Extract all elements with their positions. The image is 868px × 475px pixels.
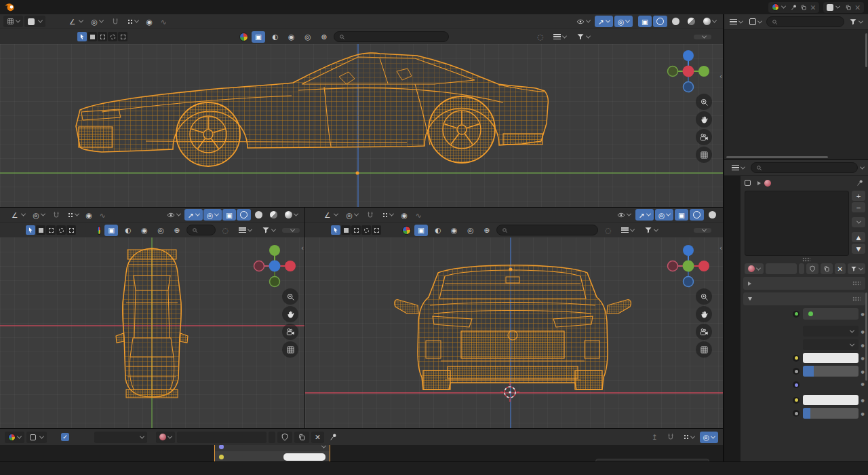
pin-icon[interactable] [791, 4, 797, 11]
copy-material-button[interactable] [821, 263, 833, 274]
proportional-editing-toggle[interactable]: ◉ [83, 209, 96, 221]
viewport-search[interactable] [334, 31, 449, 42]
select-extend-button[interactable] [66, 225, 76, 235]
material-icon-dropdown[interactable] [156, 432, 175, 443]
mode-selector[interactable] [24, 16, 45, 27]
overlay-globe[interactable]: ◎ [464, 225, 477, 236]
shading-solid[interactable] [669, 16, 683, 27]
overlay-sphere-2[interactable]: ◉ [138, 225, 151, 236]
pan-button[interactable] [282, 306, 298, 322]
transform-orientation[interactable]: ∠ [66, 16, 86, 27]
pivot-point[interactable]: ◎ [29, 209, 47, 221]
annotation-color-icon[interactable] [402, 226, 411, 235]
camera-view-button[interactable] [696, 129, 712, 145]
pivot-point[interactable]: ◎ [87, 16, 106, 27]
navigation-gizmo[interactable] [251, 242, 298, 290]
material-name-field[interactable] [177, 432, 267, 443]
pin-button[interactable] [326, 432, 341, 443]
vertical-scrollbar[interactable] [865, 292, 867, 381]
navigation-gizmo[interactable] [665, 242, 712, 290]
overlays-dropdown[interactable]: ◎ [203, 209, 222, 221]
subsurface-color-swatch[interactable] [803, 395, 859, 405]
options-button[interactable] [694, 35, 711, 39]
zoom-button[interactable] [696, 94, 712, 110]
distribution-dropdown[interactable] [803, 326, 859, 337]
xray-toggle[interactable]: ▣ [675, 209, 688, 221]
shading-solid[interactable] [252, 209, 266, 221]
select-extend-button[interactable] [372, 225, 381, 235]
overlay-sphere-1[interactable]: ◐ [431, 225, 444, 236]
select-extend-button[interactable] [118, 32, 127, 41]
select-lasso-button[interactable] [361, 225, 371, 235]
shading-wireframe[interactable] [237, 209, 251, 221]
overlay-square-toggle[interactable]: ▣ [252, 31, 265, 43]
fake-user-button[interactable] [806, 263, 818, 274]
overlay-brush[interactable]: ⊕ [480, 225, 493, 236]
proportional-falloff[interactable]: ∿ [412, 209, 425, 221]
vertical-scrollbar[interactable] [865, 33, 867, 67]
proportional-falloff[interactable]: ∿ [157, 16, 170, 27]
unlink-button[interactable]: ✕ [835, 263, 846, 274]
gizmo-dropdown[interactable]: ↗ [635, 209, 654, 221]
proportional-editing-toggle[interactable]: ◉ [143, 16, 156, 27]
shading-wireframe[interactable] [653, 16, 667, 27]
snap-toggle[interactable] [663, 432, 678, 443]
camera-view-button[interactable] [696, 324, 712, 340]
scene-selector[interactable]: ✕ [768, 2, 819, 13]
shading-wireframe[interactable] [690, 209, 704, 221]
perspective-toggle-button[interactable] [696, 147, 712, 163]
visibility-dropdown[interactable] [614, 209, 634, 221]
subsurface-slider[interactable] [803, 366, 859, 377]
shader-mode-dropdown[interactable] [26, 432, 47, 443]
proportional-editing-toggle[interactable]: ◉ [398, 209, 411, 221]
unlink-material-button[interactable]: ✕ [311, 432, 324, 443]
blender-logo-icon[interactable] [4, 1, 16, 13]
vector-socket[interactable] [219, 445, 224, 449]
select-box-button[interactable] [87, 32, 97, 41]
overlays-dropdown[interactable]: ◎ [700, 432, 718, 443]
add-slot-button[interactable]: + [852, 191, 865, 201]
filter-button[interactable] [848, 263, 865, 274]
subsurface-method-dropdown[interactable] [803, 339, 859, 350]
material-users-count[interactable] [799, 263, 804, 274]
horizontal-scrollbar[interactable] [726, 156, 828, 158]
viewlayer-selector[interactable]: ✕ [823, 2, 864, 13]
select-circle-button[interactable] [98, 32, 107, 41]
node-color-swatch[interactable] [283, 453, 326, 461]
overlay-sphere-1[interactable]: ◐ [269, 31, 281, 43]
select-circle-button[interactable] [351, 225, 361, 235]
copy-icon[interactable] [845, 4, 852, 11]
snap-target[interactable] [379, 209, 397, 221]
snap-target[interactable] [680, 432, 698, 443]
annotation-color-icon[interactable] [97, 226, 101, 235]
copy-icon[interactable] [800, 4, 807, 11]
viewport-canvas-front[interactable]: ‹ [305, 238, 723, 428]
properties-options-chevron[interactable] [860, 164, 865, 169]
visibility-dropdown[interactable] [573, 16, 593, 27]
material-name-field[interactable] [766, 263, 797, 274]
fake-user-button[interactable] [277, 432, 292, 443]
select-tweak-button[interactable] [77, 32, 87, 41]
perspective-toggle-button[interactable] [282, 341, 298, 358]
overlays-dropdown[interactable]: ◎ [655, 209, 673, 221]
outliner-display-mode[interactable] [728, 16, 745, 28]
pan-button[interactable] [696, 306, 712, 322]
color-socket[interactable] [219, 455, 224, 459]
viewport-canvas-top[interactable]: ‹ [0, 238, 304, 428]
collections-filter[interactable] [618, 225, 637, 236]
viewport-canvas-right[interactable]: ‹ [0, 44, 723, 207]
pin-icon[interactable] [856, 179, 864, 187]
filter-dropdown[interactable] [641, 225, 661, 236]
region-collapse-arrow[interactable]: ‹ [301, 244, 304, 252]
select-tweak-button[interactable] [26, 225, 35, 235]
overlay-brush[interactable]: ⊕ [317, 31, 330, 43]
subsurface-scale-slider[interactable] [803, 408, 859, 419]
overlay-sphere-2[interactable]: ◉ [448, 225, 460, 236]
list-resize-grip[interactable] [802, 257, 810, 262]
select-box-button[interactable] [341, 225, 351, 235]
overlay-sphere-2[interactable]: ◉ [285, 31, 298, 43]
shading-material[interactable] [684, 16, 698, 27]
cloud-icon[interactable]: ◌ [534, 31, 547, 43]
move-slot-up-button[interactable]: ▲ [852, 232, 865, 242]
shader-canvas[interactable] [0, 445, 723, 461]
